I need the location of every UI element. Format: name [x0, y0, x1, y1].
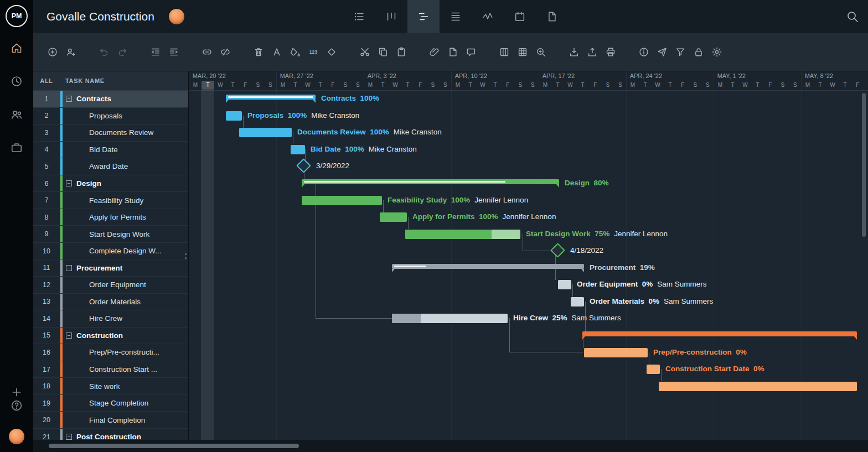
gantt-canvas[interactable]: Contracts 100%Proposals 100%Mike Cransto… [188, 90, 868, 452]
panel-resize-handle[interactable] [185, 253, 187, 255]
task-name-cell[interactable]: Stage Completion [60, 395, 188, 412]
gantt-summary-bar[interactable] [302, 179, 559, 184]
collapse-toggle-icon[interactable] [66, 332, 72, 339]
user-avatar[interactable] [9, 429, 24, 444]
gantt-task-bar[interactable] [226, 111, 242, 121]
assign-user-button[interactable] [61, 43, 80, 61]
gantt-summary-bar[interactable] [392, 264, 584, 269]
comment-button[interactable] [462, 43, 480, 61]
gantt-task-bar[interactable] [291, 145, 305, 154]
gantt-task-bar[interactable] [584, 348, 648, 357]
task-name-cell[interactable]: Order Materials [60, 294, 188, 310]
info-button[interactable] [634, 43, 653, 61]
gantt-task-bar[interactable] [571, 297, 584, 306]
sidebar-add-button[interactable] [10, 386, 23, 399]
task-row[interactable]: 16Prep/Pre-constructi... [33, 344, 188, 361]
sidebar-home-button[interactable] [10, 41, 23, 55]
view-tab-board[interactable] [375, 0, 407, 33]
task-row[interactable]: 6Design [33, 175, 188, 193]
gantt-task-bar[interactable] [659, 382, 857, 391]
copy-button[interactable] [374, 43, 392, 61]
fill-color-button[interactable] [286, 43, 304, 61]
undo-button[interactable] [95, 43, 113, 61]
task-row[interactable]: 18Site work [33, 378, 188, 395]
link-button[interactable] [198, 43, 216, 61]
task-name-cell[interactable]: Design [60, 175, 188, 192]
task-row[interactable]: 8Apply for Permits [33, 209, 188, 226]
task-row[interactable]: 5Award Date [33, 158, 188, 175]
collapse-toggle-icon[interactable] [66, 180, 72, 186]
columns-button[interactable] [495, 43, 513, 61]
task-name-cell[interactable]: Apply for Permits [60, 209, 188, 226]
task-name-cell[interactable]: Feasibility Study [60, 192, 188, 209]
task-name-cell[interactable]: Award Date [60, 158, 188, 175]
task-row[interactable]: 14Hire Crew [33, 310, 188, 328]
task-name-cell[interactable]: Documents Review [60, 124, 188, 141]
gantt-task-bar[interactable] [380, 212, 407, 222]
gantt-milestone-diamond[interactable] [296, 159, 311, 174]
gantt-task-bar[interactable] [405, 230, 520, 239]
lock-button[interactable] [689, 43, 707, 61]
view-tab-calendar[interactable] [504, 0, 536, 33]
task-row[interactable]: 10Complete Design W... [33, 243, 188, 260]
task-row[interactable]: 13Order Materials [33, 294, 188, 311]
outdent-button[interactable] [146, 43, 164, 61]
share-button[interactable] [653, 43, 671, 61]
redo-button[interactable] [113, 43, 131, 61]
gantt-summary-bar[interactable] [226, 95, 316, 100]
view-tab-activity[interactable] [472, 0, 504, 33]
sidebar-help-button[interactable] [10, 399, 23, 412]
task-row[interactable]: 9Start Design Work [33, 226, 188, 243]
view-tab-gantt[interactable] [407, 0, 440, 33]
task-name-cell[interactable]: Order Equipment [60, 277, 188, 293]
task-name-cell[interactable]: Procurement [60, 259, 188, 276]
settings-button[interactable] [707, 43, 726, 61]
search-button[interactable] [846, 10, 859, 23]
task-name-cell[interactable]: Final Completion [60, 412, 188, 428]
task-row[interactable]: 1Contracts [33, 91, 188, 108]
gantt-task-bar[interactable] [647, 365, 660, 374]
attach-button[interactable] [425, 43, 443, 61]
numbers-button[interactable]: 123 [304, 43, 322, 61]
sidebar-recent-button[interactable] [10, 75, 23, 88]
filter-button[interactable] [671, 43, 689, 61]
print-button[interactable] [601, 43, 619, 61]
collapse-toggle-icon[interactable] [66, 434, 72, 440]
project-owner-avatar[interactable] [169, 9, 184, 24]
task-row[interactable]: 19Stage Completion [33, 395, 188, 412]
milestone-button[interactable] [322, 43, 340, 61]
task-name-cell[interactable]: Bid Date [60, 142, 188, 158]
view-tab-list[interactable] [343, 0, 375, 33]
grid-button[interactable] [513, 43, 531, 61]
export-button[interactable] [583, 43, 601, 61]
task-name-cell[interactable]: Site work [60, 378, 188, 394]
indent-button[interactable] [164, 43, 183, 61]
import-button[interactable] [565, 43, 583, 61]
collapse-toggle-icon[interactable] [66, 265, 72, 271]
task-row[interactable]: 17Construction Start ... [33, 361, 188, 378]
task-name-cell[interactable]: Proposals [60, 108, 188, 124]
task-name-cell[interactable]: Contracts [60, 91, 188, 107]
gantt-task-bar[interactable] [558, 280, 571, 289]
sidebar-portfolio-button[interactable] [10, 141, 23, 154]
task-row[interactable]: 15Construction [33, 328, 188, 345]
delete-button[interactable] [249, 43, 267, 61]
format-text-button[interactable] [267, 43, 286, 61]
gantt-summary-bar[interactable] [582, 331, 857, 336]
task-row[interactable]: 2Proposals [33, 108, 188, 125]
task-row[interactable]: 11Procurement [33, 259, 188, 277]
task-row[interactable]: 20Final Completion [33, 412, 188, 429]
collapse-toggle-icon[interactable] [66, 96, 72, 102]
task-name-cell[interactable]: Complete Design W... [60, 243, 188, 259]
task-name-cell[interactable]: Construction Start ... [60, 361, 188, 378]
column-header-all[interactable]: ALL [33, 77, 60, 84]
zoom-button[interactable] [531, 43, 550, 61]
gantt-milestone-diamond[interactable] [550, 243, 565, 258]
sidebar-team-button[interactable] [10, 108, 23, 121]
view-tab-docs[interactable] [536, 0, 568, 33]
horizontal-scrollbar[interactable] [49, 444, 299, 448]
task-row[interactable]: 12Order Equipment [33, 277, 188, 294]
task-name-cell[interactable]: Hire Crew [60, 310, 188, 327]
task-name-cell[interactable]: Prep/Pre-constructi... [60, 344, 188, 361]
task-row[interactable]: 4Bid Date [33, 142, 188, 159]
